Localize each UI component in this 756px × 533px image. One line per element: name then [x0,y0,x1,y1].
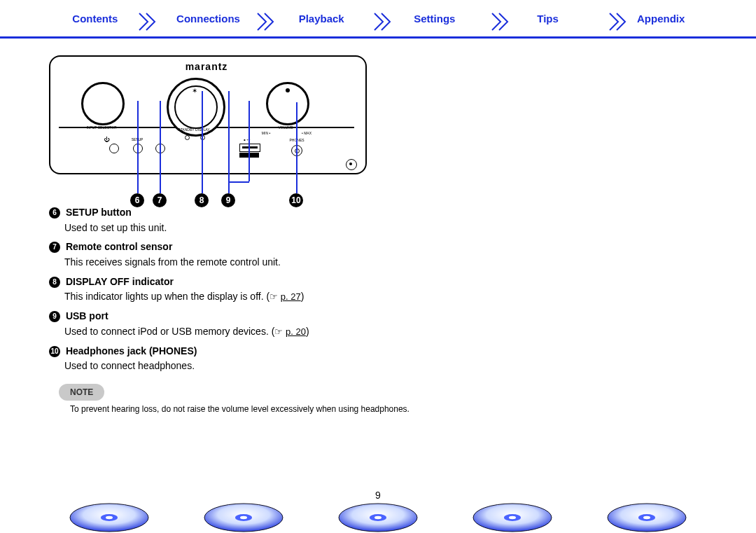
tab-connections[interactable]: Connections [152,13,265,25]
phones-jack-graphic [291,145,302,156]
page-reference-link[interactable]: p. 27 [281,291,301,302]
setup-button-graphic [133,144,143,153]
desc-text: This indicator lights up when the displa… [64,291,270,302]
desc-body: Used to set up this unit. [64,221,441,236]
desc-body: Used to connect iPod or USB memory devic… [64,324,441,340]
disc-nav-icon[interactable] [605,498,689,533]
callout-descriptions: 6 SETUP button Used to set up this unit.… [49,205,441,415]
device-illustration: marantz INPUT SELECTOR VOLUME MIN • • MA… [49,51,364,177]
desc-text: Used to connect iPod or USB memory devic… [64,326,274,337]
display-off-led-graphic [200,135,205,140]
brand-logo: marantz [49,61,364,72]
reference-icon: ☞ [270,291,278,302]
label-input-selector: INPUT SELECTOR [84,125,119,130]
desc-title: SETUP button [66,207,132,218]
label-setup: SETUP [127,137,147,141]
label-phones: PHONES [284,138,309,142]
desc-title: Remote control sensor [66,241,172,252]
label-standby-display: STANDBY DISPLAY [171,127,217,132]
desc-item-8: 8 DISPLAY OFF indicator This indicator l… [49,275,441,305]
volume-knob [266,82,309,125]
tab-playback[interactable]: Playback [265,13,378,25]
reference-icon: ☞ [274,326,283,337]
usb-icon: •← [244,137,251,143]
desc-title: USB port [66,310,108,321]
tab-settings[interactable]: Settings [378,13,491,25]
desc-body: This indicator lights up when the displa… [64,289,441,305]
label-volume-min: MIN • [259,131,273,135]
desc-item-9: 9 USB port Used to connect iPod or USB m… [49,309,441,339]
tab-contents[interactable]: Contents [38,13,152,25]
label-volume-max: • MAX [298,131,315,135]
note-badge: NOTE [59,384,104,401]
svg-point-2 [106,516,113,519]
screw-icon [346,159,357,170]
disc-nav-icon[interactable] [67,498,151,533]
remote-sensor-graphic [155,144,165,153]
power-button-graphic [109,144,119,153]
desc-tail: ) [306,326,309,337]
svg-point-8 [374,516,382,519]
desc-tail: ) [301,291,304,302]
callout-badge: 8 [49,277,60,288]
desc-body: Used to connect headphones. [64,359,441,374]
input-selector-knob [81,82,125,125]
svg-point-11 [509,516,516,519]
label-volume: VOLUME [272,125,300,130]
callout-badge: 6 [49,207,60,219]
usb-label-graphic [239,153,259,158]
desc-item-7: 7 Remote control sensor This receives si… [49,240,441,270]
standby-led-graphic [185,135,190,140]
note-text: To prevent hearing loss, do not raise th… [70,403,434,415]
desc-item-6: 6 SETUP button Used to set up this unit. [49,205,441,235]
desc-title: Headphones jack (PHONES) [66,345,197,357]
callout-badge: 10 [49,346,60,357]
disc-nav-icon[interactable] [336,498,420,533]
svg-point-14 [643,516,650,519]
callout-badge: 7 [49,242,60,253]
page-footer: 9 [0,484,756,533]
callout-badge: 9 [49,311,60,322]
page-reference-link[interactable]: p. 20 [286,326,306,337]
disc-nav-icon[interactable] [470,498,554,533]
power-icon: ⏻ [104,137,109,143]
desc-body: This receives signals from the remote co… [64,255,441,270]
breadcrumb-tabbar: Contents Connections Playback Settings T… [0,0,756,39]
usb-port-graphic [239,144,260,152]
desc-title: DISPLAY OFF indicator [66,276,174,287]
tab-appendix[interactable]: Appendix [604,13,718,25]
svg-point-5 [240,516,247,519]
desc-item-10: 10 Headphones jack (PHONES) Used to conn… [49,344,441,374]
tab-tips[interactable]: Tips [491,13,605,25]
disc-nav-icon[interactable] [202,498,286,533]
